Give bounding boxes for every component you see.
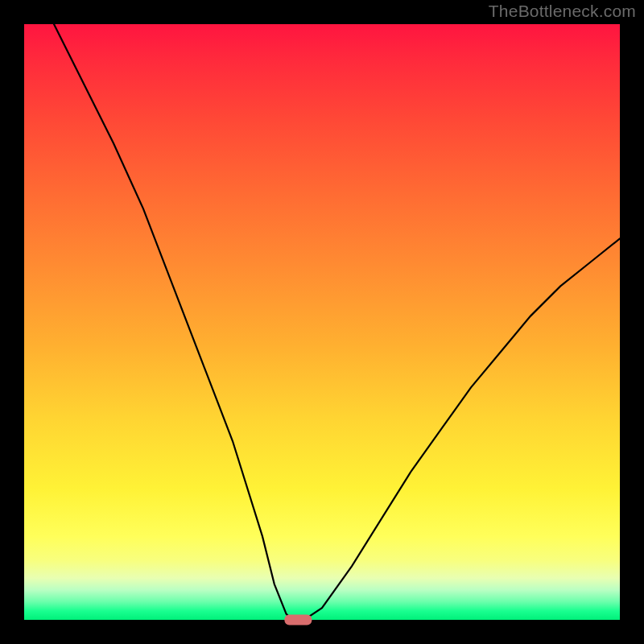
bottleneck-curve (54, 24, 620, 620)
optimal-marker (284, 615, 312, 625)
chart-svg (24, 24, 620, 620)
chart-plot-area (24, 24, 620, 620)
chart-stage: TheBottleneck.com (0, 0, 644, 644)
watermark-text: TheBottleneck.com (489, 2, 636, 21)
